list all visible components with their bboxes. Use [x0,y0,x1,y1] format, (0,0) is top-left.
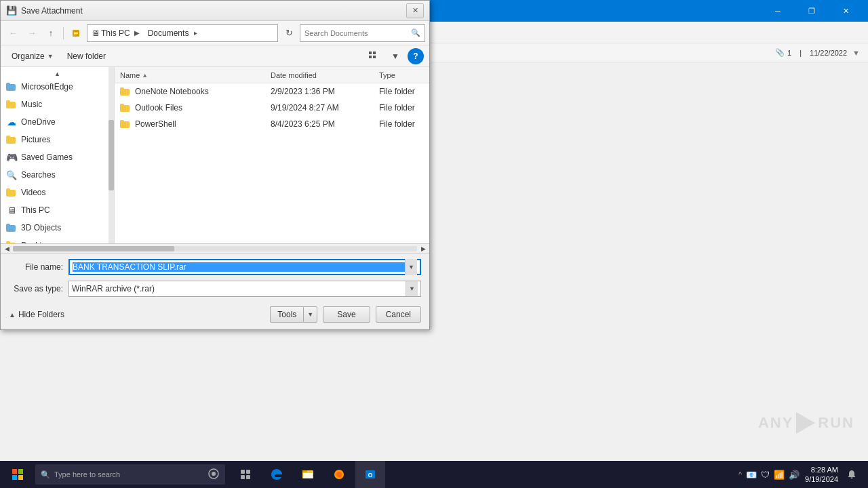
breadcrumb-thispc[interactable]: 🖥 This PC ▶ [92,25,142,41]
sidebar-label-searches: Searches [21,170,56,180]
tray-speaker-icon[interactable]: 🔊 [789,470,800,480]
nav-forward-btn[interactable]: → [24,25,40,41]
breadcrumb-bar: 🖥 This PC ▶ Documents ▸ [87,24,278,42]
onedrive-icon: ☁ [6,117,17,127]
svg-point-9 [212,472,216,476]
view-dropdown-btn[interactable]: ▼ [386,48,405,64]
svg-rect-6 [369,56,372,58]
searches-icon: 🔍 [6,169,17,180]
hscroll-right-btn[interactable]: ▶ [418,244,428,253]
taskbar-firefox-btn[interactable] [324,461,354,488]
taskbar-clock[interactable]: 8:28 AM 9/19/2024 [805,465,838,485]
dialog-body: ▲ MicrosoftEdge Music ☁ OneDrive Picture… [1,67,429,243]
taskbar-tray: ^ 📧 🛡 📶 🔊 [738,470,800,480]
col-name-header[interactable]: Name ▲ [115,71,271,79]
sidebar-item-thispc[interactable]: 🖥 This PC [1,201,114,219]
nav-refresh-btn[interactable]: ↻ [281,25,297,41]
sidebar-scroll-up[interactable]: ▲ [1,70,114,78]
dialog-close-btn[interactable]: ✕ [406,3,424,18]
file-row-0[interactable]: OneNote Notebooks 2/9/2023 1:36 PM File … [115,83,429,100]
filename-dropdown-btn[interactable]: ▼ [405,259,417,275]
hscrollbar-area[interactable]: ◀ ▶ [1,244,429,253]
sidebar-scrollbar[interactable] [108,67,114,243]
sidebar-item-pictures[interactable]: Pictures [1,131,114,148]
new-folder-btn[interactable]: New folder [62,49,111,63]
svg-point-18 [336,472,342,477]
sidebar-item-searches[interactable]: 🔍 Searches [1,166,114,184]
folder-icon-desktop [6,240,17,243]
taskbar-search-placeholder: Type here to search [54,470,120,479]
hscroll-track[interactable] [13,246,417,251]
breadcrumb-thispc-arrow[interactable]: ▶ [132,25,142,41]
sidebar-item-desktop[interactable]: Desktop [1,237,114,243]
view-toggle-btn[interactable] [364,48,383,64]
taskbar-edge-btn[interactable] [262,461,292,488]
sidebar: ▲ MicrosoftEdge Music ☁ OneDrive Picture… [1,67,115,243]
col-type-label: Type [379,71,395,79]
file-row-1[interactable]: Outlook Files 9/19/2024 8:27 AM File fol… [115,100,429,116]
filename-input-wrapper[interactable]: ▼ [68,259,421,275]
save-btn[interactable]: Save [323,306,370,323]
sidebar-item-3dobjects[interactable]: 3D Objects [1,219,114,237]
svg-rect-1 [74,32,78,33]
nav-back-btn[interactable]: ← [5,25,21,41]
tray-network-icon[interactable]: 📶 [774,470,785,480]
action-toolbar: Organize ▼ New folder ▼ ? [1,45,429,67]
svg-text:O: O [368,472,372,479]
svg-rect-13 [246,475,250,479]
sidebar-label-music: Music [21,100,42,109]
taskbar-search-box[interactable]: 🔍 Type here to search [35,464,225,485]
sidebar-label-3dobjects: 3D Objects [21,223,61,232]
search-box[interactable]: 🔍 [300,24,425,42]
savetype-select-wrapper[interactable]: WinRAR archive (*.rar) ▼ [68,281,421,297]
search-icon[interactable]: 🔍 [411,28,420,37]
folder-icon-3dobjects [6,222,17,233]
taskbar-explorer-btn[interactable] [293,461,323,488]
breadcrumb-thispc-label: This PC [101,28,130,38]
svg-rect-16 [303,473,313,478]
file-name-2: PowerShell [115,119,271,129]
search-input[interactable] [304,29,411,37]
file-date-2: 8/4/2023 6:25 PM [271,119,379,129]
taskbar-date: 9/19/2024 [805,474,838,484]
file-folder-icon-0 [120,86,131,97]
tools-label: Tools [277,310,296,319]
sidebar-item-videos[interactable]: Videos [1,184,114,201]
nav-recent-btn[interactable] [68,25,84,41]
file-type-2: File folder [379,119,429,129]
file-row-2[interactable]: PowerShell 8/4/2023 6:25 PM File folder [115,116,429,132]
sidebar-item-savedgames[interactable]: 🎮 Saved Games [1,148,114,166]
filename-row: File name: ▼ [1,253,429,281]
sidebar-item-music[interactable]: Music [1,96,114,113]
filename-input[interactable] [73,262,405,272]
organize-btn[interactable]: Organize ▼ [6,49,59,63]
breadcrumb-docs-arrow[interactable]: ▸ [190,25,201,41]
sidebar-label-desktop: Desktop [21,241,51,243]
folder-icon-savedgames: 🎮 [6,152,17,163]
dialog-titlebar: 💾 Save Attachment ✕ [1,1,429,21]
taskbar-outlook-btn[interactable]: O [355,461,385,488]
breadcrumb-docs[interactable]: Documents ▸ [148,25,201,41]
tools-arrow-btn[interactable]: ▼ [303,306,317,323]
help-btn[interactable]: ? [408,48,424,64]
sidebar-item-microsoftedge[interactable]: MicrosoftEdge [1,78,114,96]
nav-up-btn[interactable]: ↑ [43,25,59,41]
savetype-dropdown-btn[interactable]: ▼ [406,281,418,296]
action-toolbar-right: ▼ ? [364,48,424,64]
file-date-1: 9/19/2024 8:27 AM [271,103,379,113]
tray-up-arrow[interactable]: ^ [738,470,742,479]
cancel-btn[interactable]: Cancel [376,306,421,323]
tools-btn[interactable]: Tools [270,306,303,323]
svg-rect-11 [246,470,250,474]
col-date-header[interactable]: Date modified [271,71,379,79]
file-list-header: Name ▲ Date modified Type [115,67,429,83]
hscroll-left-btn[interactable]: ◀ [2,244,12,253]
sidebar-label-thispc: This PC [21,205,50,215]
col-type-header[interactable]: Type [379,71,429,79]
sidebar-item-onedrive[interactable]: ☁ OneDrive [1,113,114,131]
taskbar-task-view-btn[interactable] [231,461,260,488]
hide-folders-btn[interactable]: ▲ Hide Folders [9,310,64,319]
taskbar-notification-btn[interactable] [844,466,860,483]
filename-label: File name: [9,262,63,272]
taskbar-start-btn[interactable] [3,461,33,488]
